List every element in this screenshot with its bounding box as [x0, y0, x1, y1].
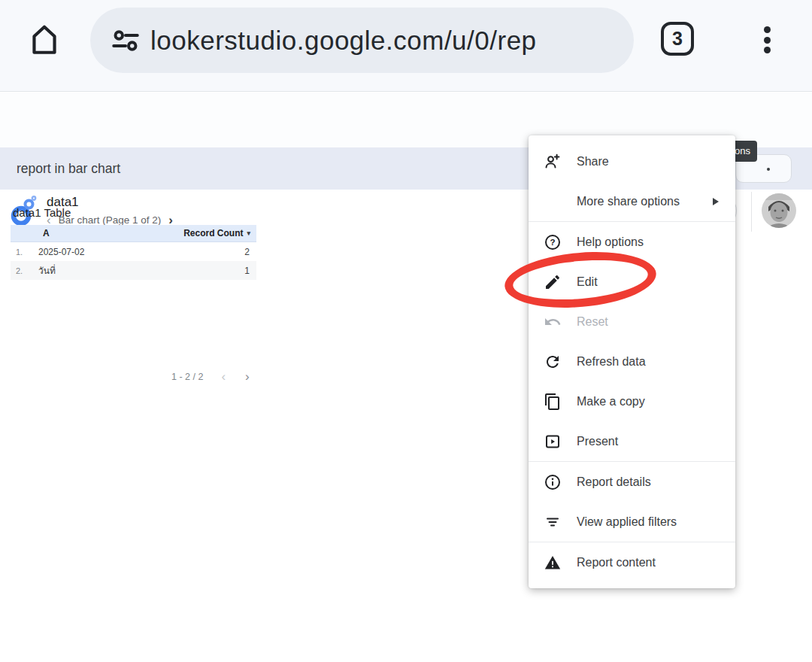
row-index: 1.: [11, 247, 38, 257]
menu-item-report-details[interactable]: Report details: [529, 462, 735, 502]
site-settings-icon: [110, 25, 141, 56]
account-avatar[interactable]: [762, 193, 796, 228]
header-divider: [751, 192, 752, 232]
refresh-icon: [544, 353, 562, 371]
help-icon: ?: [544, 233, 562, 251]
more-options-menu: Share More share options ? Help options …: [529, 135, 735, 588]
submenu-arrow-icon: [713, 198, 719, 205]
menu-item-report-content[interactable]: Report content: [529, 542, 735, 582]
kebab-dot: [764, 26, 771, 33]
home-icon: [26, 20, 63, 59]
banner-text: report in bar chart: [17, 161, 120, 177]
menu-item-view-applied-filters[interactable]: View applied filters: [529, 502, 735, 542]
page-next-icon[interactable]: ›: [168, 215, 173, 225]
browser-menu-button[interactable]: [758, 25, 776, 55]
present-icon: [544, 433, 562, 451]
column-header-a[interactable]: A: [43, 228, 50, 238]
warning-icon: [544, 554, 562, 572]
menu-item-make-a-copy[interactable]: Make a copy: [529, 381, 735, 421]
person-add-icon: [544, 153, 562, 171]
breadcrumb-label[interactable]: Bar chart (Page 1 of 2): [59, 214, 162, 226]
data-table: A Record Count ▾ 1. 2025-07-02 2 2. วันท…: [11, 225, 256, 280]
menu-item-refresh-data[interactable]: Refresh data: [529, 342, 735, 381]
sort-desc-icon: ▾: [247, 229, 250, 237]
filter-icon: [544, 513, 562, 531]
row-index: 2.: [11, 266, 38, 275]
pagination-prev-icon: ‹: [221, 372, 226, 382]
cell-record-count: 2: [244, 247, 250, 257]
menu-item-share[interactable]: Share: [529, 141, 735, 181]
browser-top-bar: lookerstudio.google.com/u/0/rep 3: [0, 0, 812, 92]
kebab-dot: [764, 37, 771, 44]
copy-icon: [544, 393, 562, 411]
kebab-dot: [764, 47, 771, 53]
dropdown-dot-icon: [767, 168, 770, 171]
cell-a: 2025-07-02: [38, 247, 244, 257]
menu-item-present[interactable]: Present: [529, 421, 735, 461]
table-title: data1 Table: [13, 206, 71, 219]
empty-icon-slot: [544, 193, 562, 211]
cell-a: วันที่: [38, 263, 244, 278]
menu-item-more-share-options[interactable]: More share options: [529, 181, 735, 221]
table-row: 1. 2025-07-02 2: [11, 242, 256, 261]
cell-record-count: 1: [244, 266, 250, 276]
url-bar[interactable]: lookerstudio.google.com/u/0/rep: [90, 8, 634, 73]
undo-icon: [544, 313, 562, 331]
url-text: lookerstudio.google.com/u/0/rep: [150, 26, 537, 56]
pagination-label: 1 - 2 / 2: [171, 372, 203, 382]
tab-count: 3: [672, 28, 683, 50]
column-header-record-count[interactable]: Record Count ▾: [183, 228, 250, 238]
tab-switcher-button[interactable]: 3: [661, 22, 694, 56]
home-button[interactable]: [25, 19, 64, 59]
table-header-row: A Record Count ▾: [11, 225, 256, 242]
info-icon: [544, 473, 562, 491]
svg-text:?: ?: [550, 238, 555, 247]
avatar-photo: [762, 193, 796, 228]
pagination-next-icon[interactable]: ›: [245, 372, 250, 382]
table-row: 2. วันที่ 1: [11, 261, 256, 280]
table-pagination: 1 - 2 / 2 ‹ ›: [171, 372, 250, 382]
